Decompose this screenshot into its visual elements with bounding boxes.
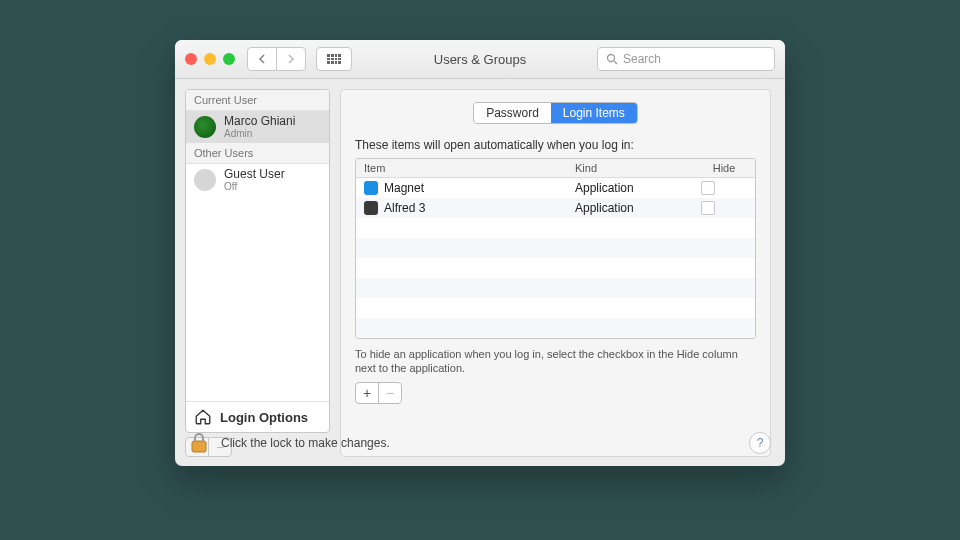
hide-hint: To hide an application when you log in, … [355, 347, 756, 376]
login-items-desc: These items will open automatically when… [355, 138, 756, 152]
table-row [356, 298, 755, 318]
minimize-icon[interactable] [204, 53, 216, 65]
lock-icon[interactable] [189, 431, 209, 455]
grid-icon [327, 54, 341, 64]
lock-text: Click the lock to make changes. [221, 436, 390, 450]
forward-button[interactable] [276, 47, 306, 71]
item-kind: Application [567, 198, 693, 218]
chevron-right-icon [287, 54, 295, 64]
back-button[interactable] [247, 47, 277, 71]
tab-password[interactable]: Password [474, 103, 551, 123]
svg-line-1 [614, 61, 617, 64]
sidebar-item-guest-user[interactable]: Guest User Off [186, 164, 329, 196]
user-name: Guest User [224, 168, 285, 181]
item-name: Magnet [384, 181, 424, 195]
table-row [356, 258, 755, 278]
table-row[interactable]: Alfred 3 Application [356, 198, 755, 218]
svg-point-0 [608, 55, 615, 62]
login-items-table: Item Kind Hide Magnet Application [355, 158, 756, 339]
hide-checkbox[interactable] [701, 181, 715, 195]
table-row [356, 318, 755, 338]
user-role: Off [224, 181, 285, 192]
item-name: Alfred 3 [384, 201, 425, 215]
sidebar: Current User Marco Ghiani Admin Other Us… [175, 79, 330, 466]
other-users-header: Other Users [186, 143, 329, 164]
col-header-item[interactable]: Item [356, 159, 567, 177]
nav-buttons [247, 47, 306, 71]
titlebar: Users & Groups Search [175, 40, 785, 79]
app-icon [364, 181, 378, 195]
app-icon [364, 201, 378, 215]
search-placeholder: Search [623, 52, 661, 66]
footer: Click the lock to make changes. ? [175, 420, 785, 466]
item-add-remove: + − [355, 382, 756, 404]
hide-checkbox[interactable] [701, 201, 715, 215]
svg-rect-2 [192, 441, 206, 452]
table-row [356, 218, 755, 238]
remove-item-button[interactable]: − [378, 382, 402, 404]
table-row [356, 238, 755, 258]
user-role: Admin [224, 128, 295, 139]
main-panel: Password Login Items These items will op… [340, 89, 771, 457]
users-list: Current User Marco Ghiani Admin Other Us… [185, 89, 330, 433]
chevron-left-icon [258, 54, 266, 64]
avatar [194, 169, 216, 191]
tab-login-items[interactable]: Login Items [551, 103, 637, 123]
col-header-hide[interactable]: Hide [693, 159, 755, 177]
close-icon[interactable] [185, 53, 197, 65]
current-user-header: Current User [186, 90, 329, 111]
prefs-window: Users & Groups Search Current User Marco… [175, 40, 785, 466]
table-row [356, 278, 755, 298]
user-name: Marco Ghiani [224, 115, 295, 128]
avatar [194, 116, 216, 138]
col-header-kind[interactable]: Kind [567, 159, 693, 177]
tab-bar: Password Login Items [473, 102, 638, 124]
table-row[interactable]: Magnet Application [356, 178, 755, 198]
search-icon [606, 53, 618, 65]
traffic-lights [185, 53, 235, 65]
item-kind: Application [567, 178, 693, 198]
search-input[interactable]: Search [597, 47, 775, 71]
show-all-button[interactable] [316, 47, 352, 71]
zoom-icon[interactable] [223, 53, 235, 65]
sidebar-item-current-user[interactable]: Marco Ghiani Admin [186, 111, 329, 143]
add-item-button[interactable]: + [355, 382, 379, 404]
help-button[interactable]: ? [749, 432, 771, 454]
